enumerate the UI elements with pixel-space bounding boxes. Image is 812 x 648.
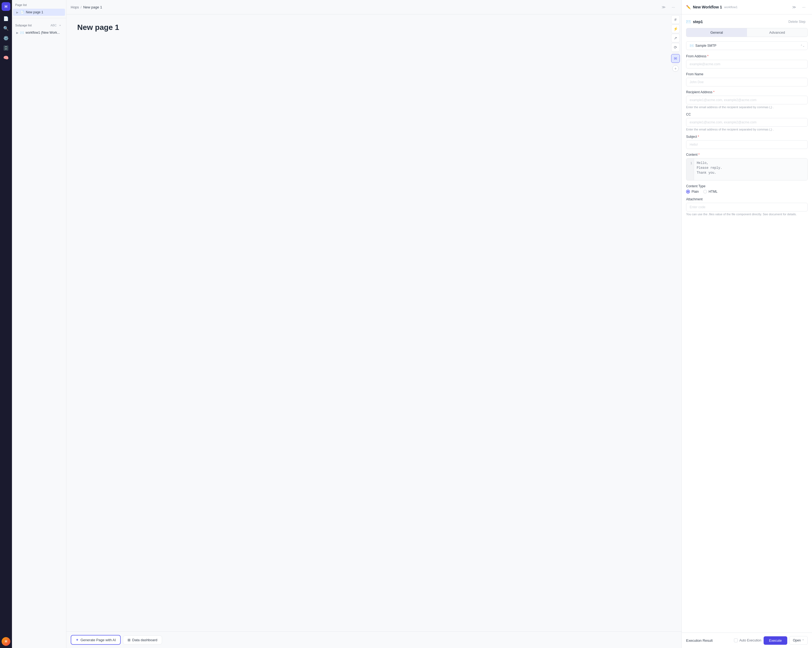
open-btn-label: Open bbox=[793, 639, 801, 642]
cc-label: CC bbox=[686, 113, 807, 116]
share-btn[interactable]: ↗ bbox=[671, 34, 680, 43]
subpage-list-header: Subpage list ABC + bbox=[12, 20, 66, 29]
radio-plain-dot bbox=[687, 191, 689, 192]
smtp-chevron-icon: ⌃⌄ bbox=[800, 44, 805, 47]
search-icon[interactable]: 🔍 bbox=[2, 24, 10, 33]
content-editor[interactable]: 1 Hello,Please reply.Thank you. bbox=[686, 158, 807, 180]
tab-general[interactable]: General bbox=[686, 28, 747, 37]
step-header: ✉️ step1 Delete Step bbox=[686, 19, 807, 25]
smtp-mail-icon: ✉️ bbox=[690, 44, 694, 47]
step-tabs: General Advanced bbox=[686, 28, 807, 37]
step-title: step1 bbox=[693, 20, 703, 24]
page-icon: 📄 bbox=[20, 10, 24, 14]
radio-plain-label: Plain bbox=[691, 190, 699, 194]
subject-group: Subject * bbox=[686, 135, 807, 149]
database-icon[interactable]: 🗄️ bbox=[2, 44, 10, 52]
radio-html-label: HTML bbox=[709, 190, 717, 194]
breadcrumb-current: New page 1 bbox=[83, 5, 102, 9]
cc-group: CC Enter the email address of the recipi… bbox=[686, 113, 807, 131]
recipient-address-group: Recipient Address * Enter the email addr… bbox=[686, 90, 807, 109]
subject-input[interactable] bbox=[686, 140, 807, 149]
page-list-header: Page list bbox=[12, 0, 66, 9]
workflow-collapse-btn[interactable]: ≫ bbox=[790, 3, 798, 11]
canvas-header: Hops / New page 1 ≫ ··· bbox=[66, 0, 681, 14]
from-address-input[interactable] bbox=[686, 60, 807, 69]
execute-btn[interactable]: Execute bbox=[763, 636, 787, 645]
content-text[interactable]: Hello,Please reply.Thank you. bbox=[694, 159, 807, 180]
open-chevron-icon: ⌃ bbox=[802, 639, 804, 642]
smtp-select[interactable]: ✉️ Sample SMTP ⌃⌄ bbox=[686, 41, 807, 50]
auto-execution-label: Auto Execution bbox=[739, 639, 762, 642]
document-icon[interactable]: 📄 bbox=[2, 14, 10, 23]
content-group: Content * 1 Hello,Please reply.Thank you… bbox=[686, 153, 807, 180]
dashboard-label: Data dashboard bbox=[132, 638, 157, 642]
required-star-from-address: * bbox=[707, 54, 709, 58]
workflow-edit-icon: ✏️ bbox=[686, 5, 691, 9]
smtp-select-label: Sample SMTP bbox=[695, 44, 716, 47]
generate-page-label: Generate Page with AI bbox=[81, 638, 116, 642]
content-type-group: Content Type Plain HTML bbox=[686, 184, 807, 194]
auto-execution[interactable]: Auto Execution bbox=[734, 639, 762, 642]
from-name-input[interactable] bbox=[686, 78, 807, 87]
history-btn[interactable]: ⟳ bbox=[671, 43, 680, 52]
subpage-add-btn[interactable]: + bbox=[57, 23, 63, 28]
chevron-icon: ▶ bbox=[16, 11, 18, 14]
radio-html[interactable]: HTML bbox=[703, 190, 717, 194]
radio-plain[interactable]: Plain bbox=[686, 190, 699, 194]
app-sidebar: H 📄 🔍 ⚙️ 🗄️ 🧠 H bbox=[0, 0, 12, 648]
radio-plain-circle bbox=[686, 190, 690, 194]
canvas-more-btn[interactable]: ··· bbox=[670, 3, 677, 11]
subpage-header-actions: ABC + bbox=[51, 23, 63, 28]
attachment-label: Attachment bbox=[686, 197, 807, 201]
page-list-panel: Page list ▶ 📄 New page 1 Subpage list AB… bbox=[12, 0, 66, 648]
auto-execution-checkbox[interactable] bbox=[734, 639, 738, 642]
subpage-mail-icon: ✉️ bbox=[20, 31, 24, 35]
content-type-radio-group: Plain HTML bbox=[686, 190, 807, 194]
page-title: New page 1 bbox=[77, 23, 671, 32]
subpage-list-title: Subpage list bbox=[15, 24, 32, 27]
subject-label: Subject * bbox=[686, 135, 807, 139]
cc-hint: Enter the email address of the recipient… bbox=[686, 128, 807, 131]
tab-advanced[interactable]: Advanced bbox=[747, 28, 807, 37]
panel-collapse-btn[interactable]: ≫ bbox=[660, 3, 667, 11]
attachment-input[interactable] bbox=[686, 203, 807, 212]
line-number-1: 1 bbox=[690, 161, 692, 166]
subpage-item-workflow1[interactable]: ▶ ✉️ workflow1 (New Work... bbox=[13, 29, 65, 36]
step-title-section: ✉️ step1 bbox=[686, 20, 703, 24]
settings-icon[interactable]: ⚙️ bbox=[2, 34, 10, 43]
required-star-content: * bbox=[698, 153, 700, 157]
recipient-address-hint: Enter the email address of the recipient… bbox=[686, 105, 807, 109]
mail-active-btn[interactable]: ✉ bbox=[671, 54, 680, 63]
hash-btn[interactable]: # bbox=[671, 15, 680, 24]
from-address-group: From Address * bbox=[686, 54, 807, 69]
workflow-more-btn[interactable]: ··· bbox=[800, 3, 807, 11]
required-star-recipient: * bbox=[713, 90, 715, 94]
data-dashboard-btn[interactable]: ⊞ Data dashboard bbox=[123, 636, 162, 645]
recipient-address-input[interactable] bbox=[686, 96, 807, 104]
page-item-new-page-1[interactable]: ▶ 📄 New page 1 bbox=[13, 9, 65, 16]
cc-input[interactable] bbox=[686, 118, 807, 127]
execution-label: Execution Result bbox=[686, 639, 713, 643]
subpage-abc-btn[interactable]: ABC bbox=[51, 23, 56, 28]
from-address-label: From Address * bbox=[686, 54, 807, 58]
page-item-label: New page 1 bbox=[26, 10, 43, 14]
content-label: Content * bbox=[686, 153, 807, 157]
workflow-panel: ✏️ New Workflow 1 workflow1 ≫ ··· ✉️ ste… bbox=[681, 0, 812, 648]
toolbar-divider bbox=[672, 53, 679, 53]
step-mail-icon: ✉️ bbox=[686, 20, 691, 24]
subpage-item-label: workflow1 (New Work... bbox=[26, 31, 60, 35]
attachment-group: Attachment You can use the .files value … bbox=[686, 197, 807, 216]
brain-icon[interactable]: 🧠 bbox=[2, 53, 10, 62]
toolbar-add-btn[interactable]: + bbox=[672, 65, 679, 72]
dashboard-icon: ⊞ bbox=[128, 638, 131, 642]
workflow-subtitle: workflow1 bbox=[724, 5, 737, 9]
lightning-btn[interactable]: ⚡ bbox=[671, 24, 680, 33]
attachment-hint: You can use the .files value of the file… bbox=[686, 213, 807, 216]
canvas-bottom-bar: ✦ Generate Page with AI ⊞ Data dashboard bbox=[66, 631, 681, 648]
delete-step-btn[interactable]: Delete Step bbox=[786, 19, 807, 25]
open-btn[interactable]: Open ⌃ bbox=[789, 636, 807, 645]
generate-page-btn[interactable]: ✦ Generate Page with AI bbox=[71, 635, 121, 645]
avatar[interactable]: H bbox=[2, 637, 10, 646]
breadcrumb-parent[interactable]: Hops bbox=[71, 5, 79, 9]
app-logo[interactable]: H bbox=[2, 2, 10, 11]
